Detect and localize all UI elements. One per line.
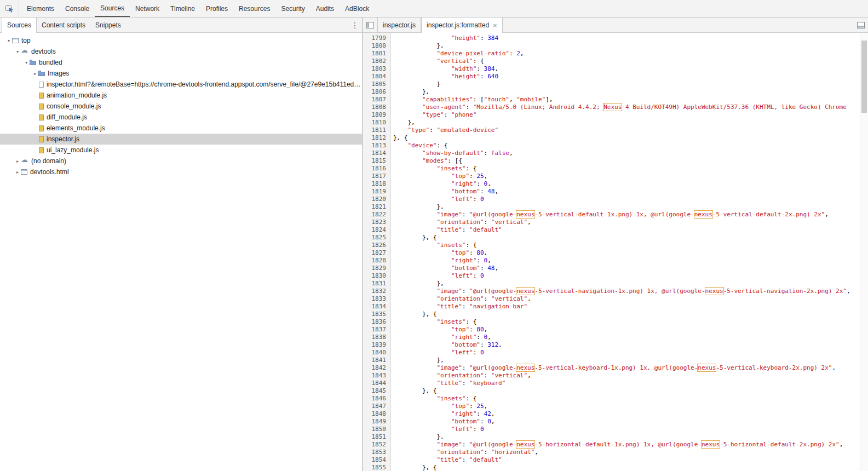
line-number[interactable]: 1848 — [363, 410, 390, 418]
line-number[interactable]: 1823 — [363, 219, 390, 226]
line-number[interactable]: 1815 — [363, 157, 390, 165]
line-number[interactable]: 1800 — [363, 42, 390, 50]
toggle-navigator-button[interactable] — [363, 18, 377, 32]
line-number[interactable]: 1854 — [363, 456, 390, 464]
tab-profiles[interactable]: Profiles — [200, 0, 233, 17]
tree-item-no-domain[interactable]: ▸(no domain) — [0, 156, 362, 166]
overflow-menu-button[interactable]: ⋮ — [348, 18, 362, 32]
tree-item-devtools-html[interactable]: ▸devtools.html — [0, 166, 362, 177]
scrollbar-thumb[interactable] — [861, 41, 867, 113]
tab-adblock[interactable]: AdBlock — [340, 0, 375, 17]
code-editor[interactable]: 1799180018011802180318041805180618071808… — [363, 33, 868, 471]
line-number[interactable]: 1843 — [363, 372, 390, 380]
sidebar-tab-content-scripts[interactable]: Content scripts — [37, 18, 90, 32]
tree-item-ui-lazy-module-js[interactable]: ui_lazy_module.js — [0, 145, 362, 156]
line-number[interactable]: 1828 — [363, 257, 390, 265]
line-number[interactable]: 1850 — [363, 426, 390, 433]
line-number[interactable]: 1835 — [363, 311, 390, 318]
line-number[interactable]: 1824 — [363, 226, 390, 234]
line-number[interactable]: 1829 — [363, 265, 390, 272]
tree-item-animation-module-js[interactable]: animation_module.js — [0, 90, 362, 101]
line-number[interactable]: 1831 — [363, 280, 390, 288]
line-number[interactable]: 1826 — [363, 242, 390, 249]
line-number[interactable]: 1846 — [363, 395, 390, 403]
line-number[interactable]: 1847 — [363, 403, 390, 410]
tab-sources[interactable]: Sources — [95, 0, 130, 17]
tree-collapsed-arrow-icon[interactable]: ▸ — [32, 71, 38, 76]
line-number[interactable]: 1821 — [363, 203, 390, 211]
line-number[interactable]: 1844 — [363, 380, 390, 387]
tree-expanded-arrow-icon[interactable]: ▾ — [23, 60, 30, 65]
tree-collapsed-arrow-icon[interactable]: ▸ — [14, 170, 21, 175]
line-number[interactable]: 1840 — [363, 349, 390, 357]
line-number[interactable]: 1825 — [363, 234, 390, 242]
line-number[interactable]: 1804 — [363, 73, 390, 81]
line-number[interactable]: 1834 — [363, 303, 390, 311]
tree-item-elements-module-js[interactable]: elements_module.js — [0, 123, 362, 134]
tab-security[interactable]: Security — [275, 0, 310, 17]
line-number[interactable]: 1817 — [363, 173, 390, 180]
line-number[interactable]: 1818 — [363, 180, 390, 188]
line-number[interactable]: 1810 — [363, 119, 390, 127]
tree-item-top[interactable]: ▾top — [0, 35, 362, 46]
line-number[interactable]: 1851 — [363, 433, 390, 441]
editor-tab-inspector-js[interactable]: inspector.js — [377, 18, 421, 32]
tree-item-images[interactable]: ▸Images — [0, 68, 362, 79]
tree-expanded-arrow-icon[interactable]: ▾ — [5, 38, 12, 43]
toggle-drawer-button[interactable] — [853, 18, 868, 32]
tab-console[interactable]: Console — [60, 0, 95, 17]
line-number[interactable]: 1801 — [363, 50, 390, 58]
line-number[interactable]: 1849 — [363, 418, 390, 426]
vertical-scrollbar[interactable] — [860, 33, 868, 471]
line-number[interactable]: 1853 — [363, 449, 390, 456]
line-number[interactable]: 1822 — [363, 211, 390, 219]
tab-audits[interactable]: Audits — [311, 0, 340, 17]
tab-network[interactable]: Network — [130, 0, 165, 17]
sidebar-tab-snippets[interactable]: Snippets — [90, 18, 126, 32]
line-number[interactable]: 1811 — [363, 127, 390, 134]
line-number[interactable]: 1839 — [363, 341, 390, 349]
tree-item-inspector-js[interactable]: inspector.js — [0, 134, 362, 145]
code-token: : — [476, 180, 484, 187]
tree-collapsed-arrow-icon[interactable]: ▸ — [14, 159, 21, 164]
line-number[interactable]: 1841 — [363, 357, 390, 364]
line-number[interactable]: 1813 — [363, 142, 390, 150]
line-number[interactable]: 1836 — [363, 318, 390, 326]
line-number[interactable]: 1805 — [363, 81, 390, 88]
line-number[interactable]: 1827 — [363, 249, 390, 257]
line-number[interactable]: 1802 — [363, 58, 390, 65]
line-number[interactable]: 1808 — [363, 104, 390, 111]
tree-expanded-arrow-icon[interactable]: ▾ — [14, 49, 21, 54]
tree-item-bundled[interactable]: ▾bundled — [0, 57, 362, 68]
line-number[interactable]: 1833 — [363, 295, 390, 303]
line-number[interactable]: 1855 — [363, 464, 390, 471]
line-number[interactable]: 1837 — [363, 326, 390, 334]
line-number[interactable]: 1807 — [363, 96, 390, 104]
tree-item-diff-module-js[interactable]: diff_module.js — [0, 112, 362, 123]
tab-resources[interactable]: Resources — [233, 0, 275, 17]
tree-item-devtools[interactable]: ▾devtools — [0, 46, 362, 57]
line-number[interactable]: 1806 — [363, 88, 390, 96]
inspect-element-button[interactable] — [0, 0, 19, 17]
line-number[interactable]: 1819 — [363, 188, 390, 196]
line-number[interactable]: 1842 — [363, 364, 390, 372]
tree-item-console-module-js[interactable]: console_module.js — [0, 101, 362, 112]
line-number[interactable]: 1830 — [363, 272, 390, 280]
line-number[interactable]: 1838 — [363, 334, 390, 341]
line-number[interactable]: 1803 — [363, 65, 390, 73]
tab-timeline[interactable]: Timeline — [165, 0, 200, 17]
line-number[interactable]: 1814 — [363, 150, 390, 157]
line-number[interactable]: 1832 — [363, 288, 390, 295]
close-tab-icon[interactable]: × — [493, 22, 497, 29]
editor-tab-inspector-js-formatted[interactable]: inspector.js:formatted× — [421, 18, 503, 33]
line-number[interactable]: 1809 — [363, 111, 390, 119]
line-number[interactable]: 1812 — [363, 134, 390, 142]
sidebar-tab-sources[interactable]: Sources — [2, 18, 37, 33]
line-number[interactable]: 1845 — [363, 387, 390, 395]
line-number[interactable]: 1820 — [363, 196, 390, 203]
line-number[interactable]: 1852 — [363, 441, 390, 449]
tab-elements[interactable]: Elements — [21, 0, 60, 17]
line-number[interactable]: 1799 — [363, 35, 390, 42]
tree-item-inspector-html-remotebase-http[interactable]: inspector.html?&remoteBase=https://chrom… — [0, 79, 362, 90]
line-number[interactable]: 1816 — [363, 165, 390, 173]
